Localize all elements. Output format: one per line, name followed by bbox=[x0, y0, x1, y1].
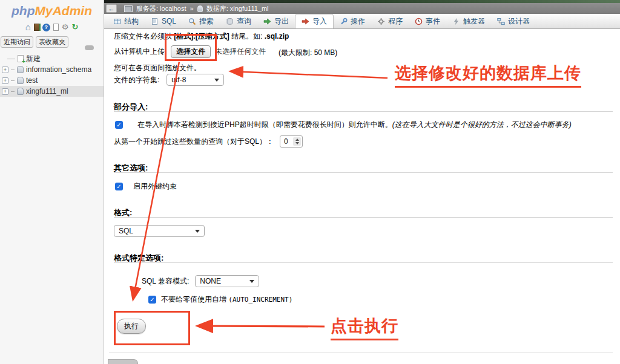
database-tree: + 新建 + information_schema + test + xingf… bbox=[0, 53, 104, 97]
skip-queries-row: 从第一个开始跳过这些数量的查询（对于SQL）： 0 bbox=[114, 135, 303, 148]
annotation-box-go-button bbox=[114, 311, 190, 345]
new-database-icon: + bbox=[18, 55, 24, 62]
tab-triggers[interactable]: 触发器 bbox=[446, 14, 491, 28]
tree-expander-icon[interactable]: + bbox=[2, 77, 8, 84]
docs-icon[interactable] bbox=[53, 24, 59, 31]
sidebar-nav-icons: ⌂ ? ⚙ ↻ bbox=[0, 22, 104, 32]
sidebar-item-new-database[interactable]: + 新建 bbox=[0, 53, 104, 64]
breadcrumb-server[interactable]: 服务器: localhost bbox=[136, 4, 186, 13]
tab-label: 程序 bbox=[388, 16, 403, 27]
tab-label: 查询 bbox=[237, 16, 251, 27]
sql-compat-label: SQL 兼容模式: bbox=[142, 276, 189, 287]
tree-expander-icon[interactable]: + bbox=[2, 67, 8, 73]
tree-expander-icon[interactable]: + bbox=[2, 88, 8, 95]
structure-icon bbox=[113, 18, 121, 25]
annotation-box-choose-file bbox=[165, 34, 217, 61]
refresh-icon[interactable]: ↻ bbox=[71, 23, 78, 31]
tab-search[interactable]: 搜索 bbox=[182, 14, 220, 28]
skip-queries-label: 从第一个开始跳过这些数量的查询（对于SQL）： bbox=[114, 137, 274, 147]
interrupt-label: 在导入时脚本若检测到接近PHP超时时限（即需要花费很长时间）则允许中断。 bbox=[137, 120, 392, 129]
charset-value: utf-8 bbox=[171, 76, 186, 84]
tab-label: 设计器 bbox=[508, 16, 530, 27]
tab-label: 导入 bbox=[312, 16, 327, 27]
tab-procedures[interactable]: 程序 bbox=[371, 14, 409, 28]
import-icon bbox=[302, 18, 309, 25]
tab-sql[interactable]: SQL bbox=[145, 14, 182, 28]
tab-label: 搜索 bbox=[199, 16, 214, 27]
exit-door-icon[interactable] bbox=[34, 24, 39, 31]
foreign-key-checkbox[interactable]: ✓ bbox=[115, 183, 123, 190]
hint-middle: 结尾。如: bbox=[229, 32, 265, 41]
chevron-down-icon bbox=[214, 79, 219, 82]
tab-label: SQL bbox=[162, 17, 176, 25]
settings-icon[interactable]: ⚙ bbox=[62, 23, 69, 31]
section-rule bbox=[114, 217, 613, 218]
skip-queries-value: 0 bbox=[284, 137, 288, 146]
tree-item-label: test bbox=[26, 76, 38, 85]
tab-bar: 结构 SQL 搜索 查询 导出 导入 bbox=[104, 14, 620, 29]
interrupt-note: (这在导入大文件时是个很好的方法，不过这会中断事务) bbox=[392, 120, 572, 129]
foreign-key-label: 启用外键约束 bbox=[133, 181, 177, 192]
annotation-upload-note: 选择修改好的数据库上传 bbox=[395, 62, 581, 88]
query-icon bbox=[226, 18, 234, 25]
charset-label: 文件的字符集: bbox=[114, 75, 159, 85]
tab-export[interactable]: 导出 bbox=[257, 14, 295, 28]
section-rule bbox=[114, 172, 613, 173]
console-handle[interactable] bbox=[108, 359, 138, 364]
chevron-down-icon bbox=[249, 280, 254, 283]
triggers-icon bbox=[452, 18, 460, 25]
footer-rule bbox=[109, 353, 613, 353]
procedures-icon bbox=[377, 18, 385, 25]
format-select[interactable]: SQL bbox=[114, 225, 205, 237]
foreign-key-row: ✓ 启用外键约束 bbox=[115, 181, 177, 192]
export-icon bbox=[263, 18, 271, 25]
sidebar-item-xingfu111-ml[interactable]: + xingfu111_ml bbox=[0, 86, 104, 97]
autoincrement-label: 不要给零值使用自增 bbox=[161, 295, 228, 304]
phpmyadmin-page: phpMyAdmin ⌂ ? ⚙ ↻ 近期访问 表收藏夹 + 新建 + bbox=[0, 0, 620, 364]
breadcrumb-database[interactable]: 数据库: xingfu111_ml bbox=[206, 4, 269, 13]
breadcrumb: ← 服务器: localhost » 数据库: xingfu111_ml bbox=[104, 3, 620, 14]
recent-tables-button[interactable]: 近期访问 bbox=[1, 36, 33, 48]
tab-query[interactable]: 查询 bbox=[220, 14, 257, 28]
logo-php: php bbox=[12, 4, 35, 18]
sidebar-item-test[interactable]: + test bbox=[0, 75, 104, 86]
tree-connector bbox=[11, 70, 15, 70]
sql-icon bbox=[151, 18, 159, 25]
skip-queries-input[interactable]: 0 bbox=[280, 135, 303, 148]
interrupt-checkbox[interactable]: ✓ bbox=[115, 121, 123, 129]
sidebar-item-information-schema[interactable]: + information_schema bbox=[0, 64, 104, 75]
tree-item-label: information_schema bbox=[26, 65, 91, 74]
tab-label: 导出 bbox=[274, 16, 289, 27]
interrupt-row: ✓ 在导入时脚本若检测到接近PHP超时时限（即需要花费很长时间）则允许中断。(这… bbox=[115, 120, 572, 130]
section-rule bbox=[114, 111, 613, 112]
autoincrement-checkbox[interactable]: ✓ bbox=[148, 296, 156, 304]
breadcrumb-separator: » bbox=[190, 5, 194, 12]
help-icon[interactable]: ? bbox=[42, 24, 50, 31]
tab-label: 触发器 bbox=[463, 16, 485, 27]
number-stepper[interactable] bbox=[293, 137, 301, 146]
database-icon bbox=[17, 88, 24, 95]
upload-label: 从计算机中上传: bbox=[114, 47, 167, 57]
server-icon bbox=[124, 5, 133, 12]
sql-compat-select[interactable]: NONE bbox=[195, 275, 259, 287]
tab-label: 事件 bbox=[426, 16, 440, 27]
tree-connector bbox=[11, 91, 15, 92]
tree-connector bbox=[11, 80, 15, 81]
favorite-tables-button[interactable]: 表收藏夹 bbox=[36, 36, 68, 48]
no-file-chosen-text: 未选择任何文件 bbox=[215, 47, 266, 57]
tab-operations[interactable]: 操作 bbox=[334, 14, 371, 28]
tab-designer[interactable]: 设计器 bbox=[491, 14, 536, 28]
tree-item-label: 新建 bbox=[26, 54, 41, 64]
home-icon[interactable]: ⌂ bbox=[25, 23, 31, 31]
panel-collapse-handle[interactable] bbox=[85, 45, 94, 50]
database-icon bbox=[17, 66, 24, 73]
tree-item-label: xingfu111_ml bbox=[26, 87, 68, 96]
database-icon bbox=[17, 77, 24, 84]
tab-events[interactable]: 事件 bbox=[409, 14, 446, 28]
charset-select[interactable]: utf-8 bbox=[167, 74, 224, 86]
max-upload-limit: (最大限制: 50 MB) bbox=[279, 48, 337, 58]
back-button[interactable]: ← bbox=[106, 4, 117, 13]
hint-example: .sql.zip bbox=[265, 32, 289, 41]
tab-structure[interactable]: 结构 bbox=[107, 14, 145, 28]
tab-import[interactable]: 导入 bbox=[295, 14, 334, 28]
